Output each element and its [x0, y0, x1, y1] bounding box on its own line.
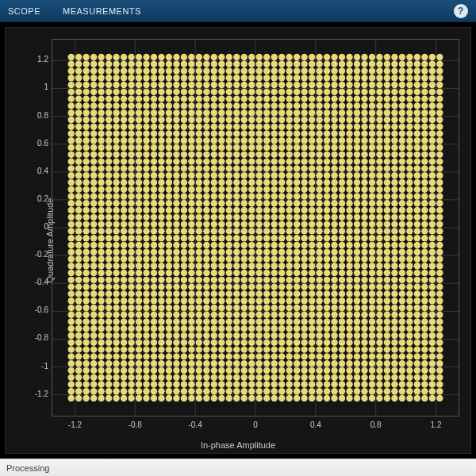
tab-measurements[interactable]: MEASUREMENTS — [63, 6, 141, 16]
svg-point-2345 — [414, 221, 420, 227]
svg-point-1851 — [339, 179, 345, 186]
svg-point-1677 — [316, 346, 322, 352]
svg-point-1918 — [346, 61, 352, 67]
svg-point-1832 — [339, 312, 345, 318]
svg-point-1710 — [316, 117, 322, 123]
svg-point-377 — [121, 346, 127, 352]
svg-point-1611 — [301, 109, 307, 116]
tab-scope[interactable]: SCOPE — [8, 6, 40, 16]
svg-point-1163 — [233, 95, 240, 102]
svg-point-1937 — [354, 277, 360, 283]
svg-point-2457 — [429, 137, 436, 144]
svg-point-2439 — [429, 263, 436, 269]
svg-point-51 — [68, 179, 75, 186]
svg-point-1956 — [354, 144, 360, 151]
svg-point-994 — [211, 228, 217, 234]
svg-point-1687 — [316, 277, 322, 283]
svg-point-1666 — [309, 75, 315, 81]
svg-point-1771 — [331, 388, 337, 394]
svg-point-2078 — [376, 340, 382, 346]
svg-point-824 — [188, 367, 194, 374]
svg-point-1866 — [339, 75, 345, 81]
svg-point-2409 — [421, 124, 428, 130]
svg-point-1752 — [324, 172, 330, 178]
svg-point-656 — [158, 144, 164, 151]
svg-point-1460 — [278, 117, 285, 123]
svg-point-49 — [68, 193, 75, 199]
svg-point-772 — [181, 381, 187, 387]
svg-point-2106 — [376, 144, 382, 151]
svg-point-436 — [128, 283, 134, 290]
svg-point-2277 — [406, 346, 413, 352]
svg-point-955 — [203, 152, 209, 158]
axes[interactable] — [52, 39, 459, 416]
svg-point-2062 — [369, 102, 375, 109]
svg-point-1955 — [354, 152, 360, 158]
svg-point-1108 — [226, 130, 232, 136]
svg-point-281 — [106, 318, 112, 324]
svg-point-903 — [196, 165, 202, 171]
svg-point-1433 — [278, 305, 285, 311]
svg-point-2232 — [399, 312, 405, 318]
svg-point-2228 — [399, 340, 405, 346]
svg-point-1615 — [301, 82, 307, 88]
svg-point-1320 — [263, 395, 270, 401]
svg-point-996 — [211, 214, 217, 221]
svg-point-1393 — [271, 235, 278, 241]
svg-point-1044 — [218, 228, 225, 234]
svg-point-231 — [98, 318, 104, 324]
svg-point-1875 — [346, 360, 352, 367]
svg-point-2430 — [429, 325, 436, 332]
svg-point-2326 — [414, 353, 420, 359]
svg-point-1927 — [354, 346, 360, 352]
svg-point-2088 — [376, 270, 382, 276]
svg-point-357 — [113, 137, 119, 144]
help-icon[interactable]: ? — [454, 4, 468, 18]
svg-point-2458 — [429, 130, 436, 136]
svg-point-977 — [211, 346, 217, 352]
svg-point-1844 — [339, 228, 345, 234]
svg-point-961 — [203, 109, 209, 116]
svg-point-205 — [90, 152, 97, 158]
svg-point-681 — [166, 318, 172, 324]
svg-point-660 — [158, 117, 164, 123]
svg-point-995 — [211, 221, 217, 227]
svg-point-1237 — [248, 277, 255, 283]
svg-point-1709 — [316, 124, 322, 130]
svg-point-302 — [106, 172, 112, 178]
svg-point-578 — [151, 340, 157, 346]
svg-point-1812 — [331, 102, 337, 109]
svg-point-2213 — [391, 95, 397, 102]
svg-point-455 — [128, 152, 134, 158]
svg-point-416 — [121, 75, 127, 81]
svg-point-1081 — [226, 318, 232, 324]
svg-point-1617 — [301, 67, 307, 74]
svg-point-1194 — [241, 228, 248, 234]
svg-point-564 — [143, 89, 149, 95]
svg-point-2066 — [369, 75, 375, 81]
svg-point-885 — [196, 290, 202, 297]
svg-point-1653 — [309, 165, 315, 171]
svg-point-881 — [196, 318, 202, 324]
svg-point-1111 — [226, 109, 232, 116]
svg-point-871 — [196, 388, 202, 394]
svg-point-283 — [106, 305, 112, 311]
svg-point-1862 — [339, 102, 345, 109]
svg-point-1021 — [218, 388, 225, 394]
svg-point-2231 — [399, 318, 405, 324]
svg-point-2279 — [406, 332, 413, 339]
svg-point-1734 — [324, 298, 330, 304]
svg-point-318 — [106, 61, 112, 67]
svg-point-2048 — [369, 200, 375, 206]
svg-point-1777 — [331, 346, 337, 352]
svg-point-2253 — [399, 165, 405, 171]
svg-point-390 — [121, 255, 127, 262]
svg-point-1964 — [354, 89, 360, 95]
svg-point-922 — [203, 381, 209, 387]
svg-point-854 — [188, 158, 194, 164]
svg-point-1206 — [241, 144, 248, 151]
svg-point-2199 — [391, 193, 397, 199]
svg-point-974 — [211, 367, 217, 374]
svg-point-160 — [83, 117, 89, 123]
svg-point-225 — [98, 360, 104, 367]
